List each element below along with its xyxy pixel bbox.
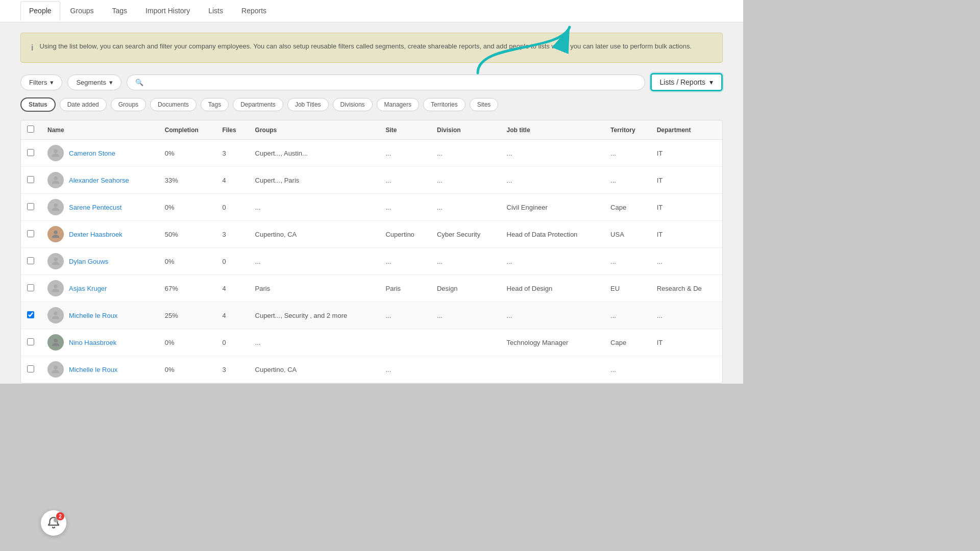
site-cell: ... (379, 167, 431, 194)
search-icon: 🔍 (135, 79, 143, 86)
table-row: Dylan Gouws0%0.................. (21, 248, 722, 275)
groups-cell: ... (249, 194, 380, 221)
row-checkbox[interactable] (27, 149, 34, 156)
division-cell: Design (431, 275, 501, 302)
tab-people[interactable]: People (20, 1, 60, 21)
segments-button[interactable]: Segments ▾ (67, 74, 121, 90)
person-name-link[interactable]: Michelle le Roux (69, 312, 117, 319)
tab-reports[interactable]: Reports (233, 2, 275, 21)
groups-cell: Cupert..., Paris (249, 167, 380, 194)
col-header-name: Name (41, 120, 159, 140)
department-cell: Research & De (651, 275, 722, 302)
site-cell: ... (379, 356, 431, 383)
person-name-link[interactable]: Alexander Seahorse (69, 177, 129, 184)
site-cell: ... (379, 248, 431, 275)
svg-point-6 (54, 285, 57, 288)
avatar (47, 361, 64, 378)
chip-divisions[interactable]: Divisions (333, 98, 373, 111)
territory-cell: ... (604, 140, 651, 167)
search-box[interactable]: 🔍 (127, 74, 645, 90)
site-cell: ... (379, 302, 431, 329)
avatar (47, 307, 64, 323)
top-navigation: People Groups Tags Import History Lists … (0, 0, 743, 22)
row-checkbox[interactable] (27, 257, 34, 264)
groups-cell: Cupertino, CA (249, 221, 380, 248)
row-checkbox[interactable] (27, 176, 34, 183)
chip-groups[interactable]: Groups (111, 98, 146, 111)
person-name-link[interactable]: Michelle le Roux (69, 366, 117, 373)
territory-cell: Cape (604, 329, 651, 356)
chip-tags[interactable]: Tags (201, 98, 229, 111)
row-checkbox[interactable] (27, 365, 34, 372)
svg-point-9 (54, 366, 57, 369)
segments-chevron-icon: ▾ (109, 79, 113, 86)
chip-date-added[interactable]: Date added (60, 98, 107, 111)
filters-label: Filters (29, 79, 47, 86)
svg-point-5 (54, 258, 57, 261)
segments-label: Segments (76, 79, 106, 86)
department-cell: IT (651, 140, 722, 167)
table-row: Michelle le Roux25%4Cupert..., Security … (21, 302, 722, 329)
files-cell: 0 (216, 329, 249, 356)
completion-cell: 0% (159, 248, 216, 275)
chip-departments[interactable]: Departments (233, 98, 283, 111)
person-name-link[interactable]: Cameron Stone (69, 149, 115, 157)
svg-point-1 (54, 149, 57, 153)
department-cell: IT (651, 329, 722, 356)
lists-reports-label: Lists / Reports (660, 78, 705, 86)
groups-cell: ... (249, 329, 380, 356)
lists-reports-button[interactable]: Lists / Reports ▾ (650, 73, 723, 91)
tab-import-history[interactable]: Import History (137, 2, 198, 21)
avatar (47, 199, 64, 215)
chip-job-titles[interactable]: Job Titles (287, 98, 329, 111)
avatar (47, 280, 64, 296)
col-header-territory: Territory (604, 120, 651, 140)
tab-lists[interactable]: Lists (200, 2, 231, 21)
col-header-site: Site (379, 120, 431, 140)
chip-sites[interactable]: Sites (470, 98, 499, 111)
division-cell: Cyber Security (431, 221, 501, 248)
chip-documents[interactable]: Documents (150, 98, 197, 111)
person-name-link[interactable]: Dylan Gouws (69, 258, 108, 265)
site-cell: ... (379, 140, 431, 167)
people-table: Name Completion Files Groups Site Divisi… (21, 120, 722, 383)
table-row: Cameron Stone0%3Cupert..., Austin.......… (21, 140, 722, 167)
files-cell: 0 (216, 194, 249, 221)
job-title-cell: ... (501, 302, 605, 329)
department-cell: ... (651, 302, 722, 329)
tab-groups[interactable]: Groups (62, 2, 102, 21)
division-cell: ... (431, 194, 501, 221)
completion-cell: 0% (159, 329, 216, 356)
row-checkbox[interactable] (27, 338, 34, 345)
row-checkbox[interactable] (27, 203, 34, 210)
person-name-link[interactable]: Sarene Pentecust (69, 204, 121, 211)
person-name-link[interactable]: Asjas Kruger (69, 285, 107, 292)
completion-cell: 0% (159, 140, 216, 167)
filter-bar: Filters ▾ Segments ▾ 🔍 Lists / (20, 73, 723, 91)
search-input[interactable] (148, 79, 636, 86)
files-cell: 3 (216, 221, 249, 248)
tab-tags[interactable]: Tags (104, 2, 136, 21)
table-header-row: Name Completion Files Groups Site Divisi… (21, 120, 722, 140)
col-header-groups: Groups (249, 120, 380, 140)
person-name-link[interactable]: Nino Haasbroek (69, 339, 116, 346)
select-all-checkbox[interactable] (27, 126, 34, 133)
files-cell: 4 (216, 302, 249, 329)
person-name-link[interactable]: Dexter Haasbroek (69, 231, 122, 238)
row-checkbox[interactable] (27, 230, 34, 237)
filters-button[interactable]: Filters ▾ (20, 74, 62, 90)
job-title-cell (501, 356, 605, 383)
row-checkbox[interactable] (27, 311, 34, 318)
info-banner-text: Using the list below, you can search and… (39, 41, 692, 52)
svg-point-3 (54, 204, 57, 207)
completion-cell: 0% (159, 356, 216, 383)
files-cell: 4 (216, 167, 249, 194)
chip-status[interactable]: Status (20, 97, 56, 112)
chip-managers[interactable]: Managers (377, 98, 419, 111)
groups-cell: ... (249, 248, 380, 275)
division-cell: ... (431, 140, 501, 167)
row-checkbox[interactable] (27, 284, 34, 291)
job-title-cell: Head of Data Protection (501, 221, 605, 248)
territory-cell: EU (604, 275, 651, 302)
chip-territories[interactable]: Territories (423, 98, 465, 111)
